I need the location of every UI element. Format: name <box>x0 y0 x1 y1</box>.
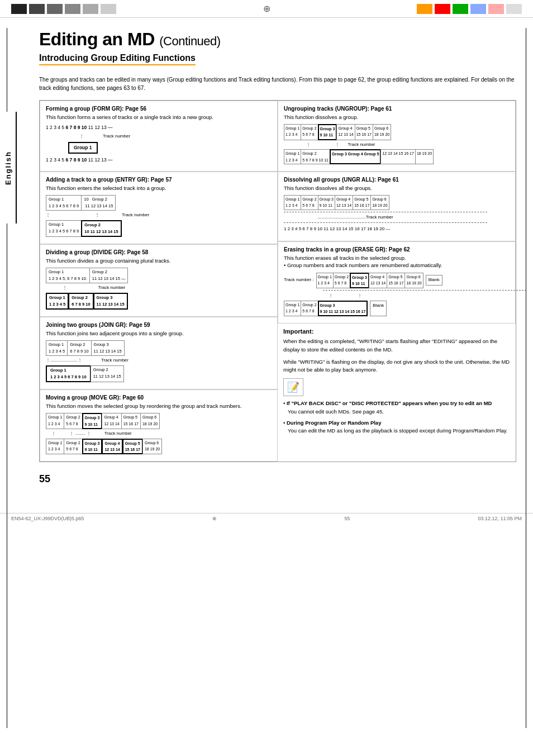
ungroup-cell: Ungrouping tracks (UNGROUP): Page 61 Thi… <box>278 101 516 172</box>
color-block-green <box>453 4 468 14</box>
color-block-gray <box>506 4 522 14</box>
form-gr-desc: This function forms a series of tracks o… <box>46 113 272 121</box>
join-gr-diagram: Group 11 2 3 4 5 Group 26 7 8 9 10 Group… <box>46 340 272 382</box>
footer-center: 55 <box>344 516 350 521</box>
ungroup-desc: This function dissolves a group. <box>284 113 510 121</box>
important-title: Important: <box>283 328 510 335</box>
erase-gr-title: Erasing tracks in a group (ERASE GR): Pa… <box>284 246 510 253</box>
join-gr-desc: This function joins two adjacent groups … <box>46 330 272 337</box>
ungr-all-diagram: Group 11 2 3 4 Group 25 6 7 8 Group 39 1… <box>284 195 510 234</box>
move-gr-title: Moving a group (MOVE GR): Page 60 <box>46 394 272 401</box>
notes-icon: 📝 <box>283 378 303 396</box>
top-bar: ⊕ <box>0 0 533 18</box>
entry-gr-title: Adding a track to a group (ENTRY GR): Pa… <box>46 177 272 183</box>
note-item-2: • During Program Play or Random Play You… <box>283 419 510 435</box>
footer-left: EN54-62_UX-J99DVD(UB)5.p65 <box>11 516 84 521</box>
entry-gr-desc: This function enters the selected track … <box>46 184 272 192</box>
main-content: Editing an MD (Continued) Introducing Gr… <box>22 18 533 507</box>
note-2-text: You can edit the MD as long as the playb… <box>288 427 507 434</box>
move-gr-diagram: Group 11 2 3 4 Group 25 6 7 8 Group 39 1… <box>46 413 272 454</box>
important-text1: When the editing is completed, "WRITING"… <box>283 337 510 354</box>
entry-gr-cell: Adding a track to a group (ENTRY GR): Pa… <box>40 172 278 244</box>
move-gr-cell: Moving a group (MOVE GR): Page 60 This f… <box>40 389 278 462</box>
note-2-bold: During Program Play or Random Play <box>287 420 381 426</box>
bar-block-2 <box>29 4 45 14</box>
important-text2: While "WRITING" is flashing on the displ… <box>283 358 510 374</box>
divide-gr-diagram: Group 11 2 3 4 5, 6 7 8 9 10. Group 211 … <box>46 268 272 310</box>
divide-gr-title: Dividing a group (DIVIDE GR): Page 58 <box>46 249 272 255</box>
bar-block-1 <box>11 4 27 14</box>
top-bar-right <box>417 4 522 14</box>
join-gr-cell: Joining two groups (JOIN GR): Page 59 Th… <box>40 317 278 389</box>
color-block-blue <box>470 4 486 14</box>
footer-bar: EN54-62_UX-J99DVD(UB)5.p65 ⊕ 55 03.12.12… <box>0 513 533 524</box>
ungr-all-desc: This function dissolves all the groups. <box>284 184 510 192</box>
ungroup-title: Ungrouping tracks (UNGROUP): Page 61 <box>284 106 510 112</box>
page-title: Editing an MD (Continued) <box>39 29 516 50</box>
intro-text: The groups and tracks can be edited in m… <box>39 75 516 92</box>
important-box: Important: When the editing is completed… <box>278 324 516 443</box>
erase-gr-cell: Erasing tracks in a group (ERASE GR): Pa… <box>278 241 516 324</box>
side-label-text: English <box>4 151 12 185</box>
ungroup-diagram: Group 11 2 3 4 Group 25 6 7 8 Group 39 1… <box>284 124 510 164</box>
color-block-red <box>435 4 450 14</box>
join-gr-title: Joining two groups (JOIN GR): Page 59 <box>46 322 272 328</box>
entry-gr-diagram: Group 11 2 3 4 5 6 7 8 9 10 Group 2 11 1… <box>46 195 272 237</box>
section-title: Introducing Group Editing Functions <box>39 53 196 65</box>
form-gr-diagram: 1 2 3 4 5 6 7 8 9 10 11 12 13 — ⋮ Track … <box>46 124 272 164</box>
compass-center: ⊕ <box>263 3 270 14</box>
bar-block-4 <box>65 4 80 14</box>
bar-block-5 <box>83 4 98 14</box>
bar-block-3 <box>47 4 63 14</box>
form-gr-title: Forming a group (FORM GR): Page 56 <box>46 106 272 112</box>
page-number: 55 <box>39 473 516 485</box>
footer-right: 03.12.12, 11:05 PM <box>478 516 522 521</box>
form-gr-cell: Forming a group (FORM GR): Page 56 This … <box>40 101 278 172</box>
divide-gr-cell: Dividing a group (DIVIDE GR): Page 58 Th… <box>40 244 278 317</box>
note-1-bold: If "PLAY BACK DISC" or "DISC PROTECTED" … <box>287 400 492 406</box>
title-text: Editing an MD <box>39 29 155 49</box>
divide-gr-desc: This function divides a group containing… <box>46 257 272 264</box>
ungr-all-cell: Dissolving all groups (UNGR ALL): Page 6… <box>278 172 516 241</box>
top-bar-left <box>11 4 116 14</box>
erase-gr-desc: This function erases all tracks in the s… <box>284 254 510 269</box>
ungr-all-title: Dissolving all groups (UNGR ALL): Page 6… <box>284 177 510 183</box>
color-block-orange <box>417 4 432 14</box>
side-label: English <box>0 112 17 224</box>
footer-compass: ⊕ <box>212 516 217 521</box>
note-item-1: • If "PLAY BACK DISC" or "DISC PROTECTED… <box>283 400 510 416</box>
color-block-pink <box>488 4 504 14</box>
left-column: Forming a group (FORM GR): Page 56 This … <box>40 101 278 462</box>
erase-gr-diagram: Track number : Group 11 2 3 4 Group 25 6… <box>284 273 510 317</box>
diagram-container: Forming a group (FORM GR): Page 56 This … <box>39 100 516 462</box>
right-column: Ungrouping tracks (UNGROUP): Page 61 Thi… <box>278 101 516 462</box>
continued-text: (Continued) <box>159 34 220 48</box>
note-1-text: You cannot edit such MDs. See page 45. <box>288 408 384 415</box>
bar-block-6 <box>101 4 116 14</box>
move-gr-desc: This function moves the selected group b… <box>46 402 272 410</box>
